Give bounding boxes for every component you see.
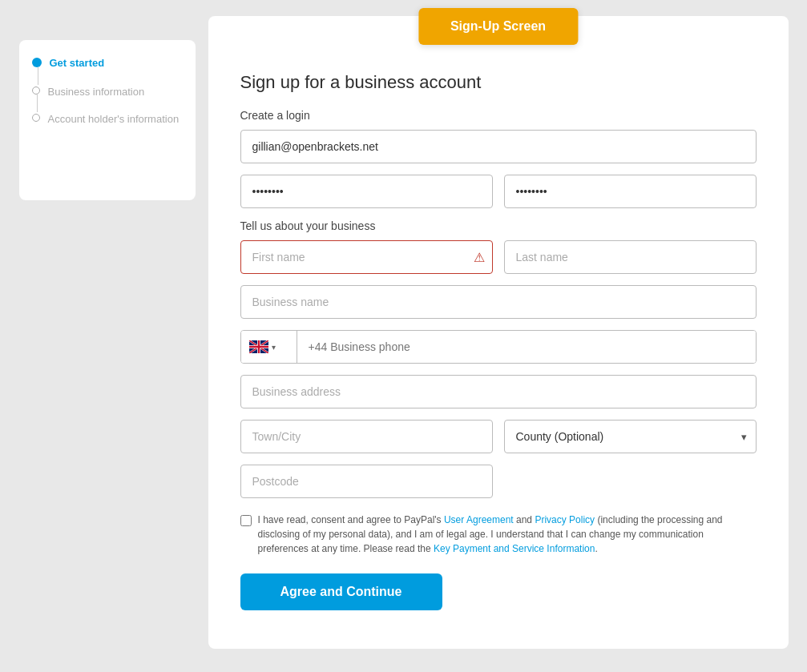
phone-flag-selector[interactable]: ▾ [241, 331, 297, 363]
postcode-group [240, 465, 757, 498]
password-wrap [240, 175, 493, 208]
first-name-input[interactable] [240, 240, 493, 274]
address-group [240, 375, 757, 408]
county-select[interactable]: County (Optional) Berkshire Bristol Buck… [504, 420, 757, 453]
step-label-get-started: Get started [50, 56, 105, 83]
first-name-wrap: ⚠ [240, 240, 493, 274]
business-name-group [240, 285, 757, 319]
name-row: ⚠ [240, 240, 757, 274]
password-input[interactable] [240, 175, 493, 208]
password-row [240, 175, 757, 208]
terms-text: I have read, consent and agree to PayPal… [258, 513, 757, 556]
password-confirm-wrap [504, 175, 757, 208]
uk-flag-icon [249, 340, 268, 353]
phone-input[interactable] [297, 331, 756, 363]
step-indicator-col-1 [32, 56, 42, 85]
email-group [240, 130, 757, 163]
postcode-input[interactable] [240, 465, 493, 498]
main-content: Sign-Up Screen Sign up for a business ac… [208, 16, 789, 649]
last-name-wrap [504, 240, 757, 274]
phone-row: ▾ [240, 330, 757, 364]
terms-text-end: . [595, 543, 597, 554]
step-indicator-col-3 [32, 112, 40, 122]
user-agreement-link[interactable]: User Agreement [444, 514, 514, 525]
terms-checkbox[interactable] [240, 515, 252, 526]
step-row-account-holder: Account holder's information [32, 112, 183, 139]
terms-row: I have read, consent and agree to PayPal… [240, 513, 757, 556]
sidebar: Get started Business information Account… [19, 40, 196, 200]
terms-text-before: I have read, consent and agree to PayPal… [258, 514, 444, 525]
page-title: Sign up for a business account [240, 72, 757, 93]
step-row-business-info: Business information [32, 85, 183, 112]
town-county-row: County (Optional) Berkshire Bristol Buck… [240, 420, 757, 453]
business-address-input[interactable] [240, 375, 757, 408]
password-confirm-input[interactable] [504, 175, 757, 208]
phone-chevron-icon: ▾ [272, 343, 276, 352]
phone-group: ▾ [240, 330, 757, 364]
step-row-get-started: Get started [32, 56, 183, 85]
tell-us-label: Tell us about your business [240, 219, 757, 232]
terms-text-mid: and [514, 514, 535, 525]
step-label-business-info: Business information [48, 85, 145, 112]
agree-continue-button[interactable]: Agree and Continue [240, 573, 442, 610]
town-input[interactable] [240, 420, 493, 453]
town-wrap [240, 420, 493, 453]
privacy-policy-link[interactable]: Privacy Policy [535, 514, 595, 525]
steps-column: Get started Business information Account… [32, 56, 183, 139]
email-input[interactable] [240, 130, 757, 163]
business-name-input[interactable] [240, 285, 757, 319]
step-line-2 [37, 95, 38, 112]
step-label-account-holder: Account holder's information [48, 112, 180, 139]
signup-screen-button[interactable]: Sign-Up Screen [418, 8, 578, 45]
last-name-input[interactable] [504, 240, 757, 274]
county-wrap: County (Optional) Berkshire Bristol Buck… [504, 420, 757, 453]
step-dot-active-1 [32, 58, 42, 67]
step-dot-inactive-3 [32, 114, 40, 122]
step-dot-inactive-2 [32, 87, 40, 95]
create-login-label: Create a login [240, 109, 757, 122]
step-indicator-col-2 [32, 85, 40, 112]
key-payment-link[interactable]: Key Payment and Service Information [434, 543, 595, 554]
step-line-1 [38, 67, 38, 85]
